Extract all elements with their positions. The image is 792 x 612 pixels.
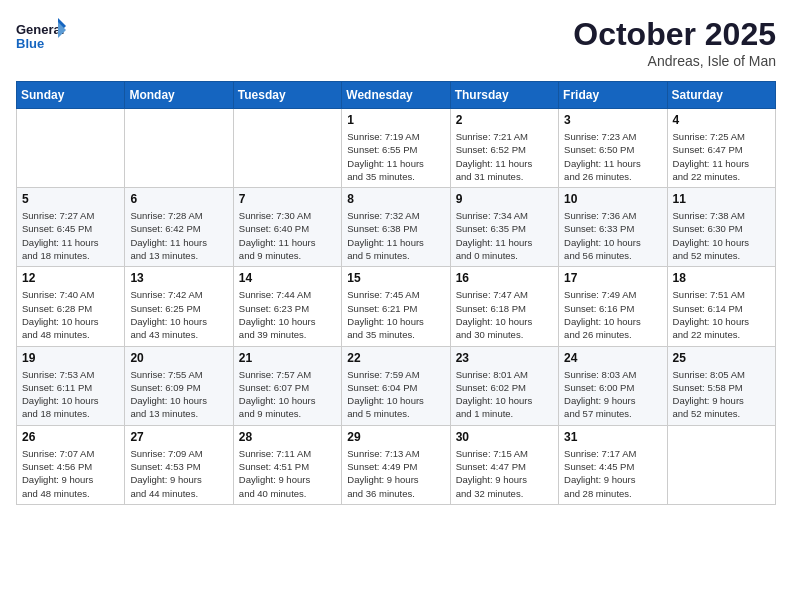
- calendar-cell: 5Sunrise: 7:27 AM Sunset: 6:45 PM Daylig…: [17, 188, 125, 267]
- calendar-cell: 9Sunrise: 7:34 AM Sunset: 6:35 PM Daylig…: [450, 188, 558, 267]
- weekday-header: Wednesday: [342, 82, 450, 109]
- day-number: 15: [347, 271, 444, 285]
- calendar-week-row: 19Sunrise: 7:53 AM Sunset: 6:11 PM Dayli…: [17, 346, 776, 425]
- day-detail: Sunrise: 7:57 AM Sunset: 6:07 PM Dayligh…: [239, 368, 336, 421]
- day-number: 4: [673, 113, 770, 127]
- day-detail: Sunrise: 7:40 AM Sunset: 6:28 PM Dayligh…: [22, 288, 119, 341]
- weekday-header: Friday: [559, 82, 667, 109]
- calendar-cell: 22Sunrise: 7:59 AM Sunset: 6:04 PM Dayli…: [342, 346, 450, 425]
- calendar-cell: 30Sunrise: 7:15 AM Sunset: 4:47 PM Dayli…: [450, 425, 558, 504]
- calendar-cell: 16Sunrise: 7:47 AM Sunset: 6:18 PM Dayli…: [450, 267, 558, 346]
- day-number: 10: [564, 192, 661, 206]
- day-number: 14: [239, 271, 336, 285]
- day-number: 3: [564, 113, 661, 127]
- day-detail: Sunrise: 7:11 AM Sunset: 4:51 PM Dayligh…: [239, 447, 336, 500]
- day-number: 28: [239, 430, 336, 444]
- day-detail: Sunrise: 7:59 AM Sunset: 6:04 PM Dayligh…: [347, 368, 444, 421]
- weekday-header: Thursday: [450, 82, 558, 109]
- day-detail: Sunrise: 7:36 AM Sunset: 6:33 PM Dayligh…: [564, 209, 661, 262]
- calendar-cell: 17Sunrise: 7:49 AM Sunset: 6:16 PM Dayli…: [559, 267, 667, 346]
- calendar-cell: 27Sunrise: 7:09 AM Sunset: 4:53 PM Dayli…: [125, 425, 233, 504]
- day-number: 26: [22, 430, 119, 444]
- calendar-cell: 19Sunrise: 7:53 AM Sunset: 6:11 PM Dayli…: [17, 346, 125, 425]
- calendar-week-row: 26Sunrise: 7:07 AM Sunset: 4:56 PM Dayli…: [17, 425, 776, 504]
- calendar-cell: 25Sunrise: 8:05 AM Sunset: 5:58 PM Dayli…: [667, 346, 775, 425]
- day-number: 8: [347, 192, 444, 206]
- day-detail: Sunrise: 7:17 AM Sunset: 4:45 PM Dayligh…: [564, 447, 661, 500]
- day-number: 17: [564, 271, 661, 285]
- day-number: 11: [673, 192, 770, 206]
- logo: General Blue: [16, 16, 66, 56]
- logo-icon: General Blue: [16, 16, 66, 56]
- calendar-cell: 23Sunrise: 8:01 AM Sunset: 6:02 PM Dayli…: [450, 346, 558, 425]
- day-number: 25: [673, 351, 770, 365]
- day-detail: Sunrise: 7:30 AM Sunset: 6:40 PM Dayligh…: [239, 209, 336, 262]
- svg-text:Blue: Blue: [16, 36, 44, 51]
- day-detail: Sunrise: 8:01 AM Sunset: 6:02 PM Dayligh…: [456, 368, 553, 421]
- day-number: 6: [130, 192, 227, 206]
- calendar-cell: 11Sunrise: 7:38 AM Sunset: 6:30 PM Dayli…: [667, 188, 775, 267]
- calendar-cell: 31Sunrise: 7:17 AM Sunset: 4:45 PM Dayli…: [559, 425, 667, 504]
- calendar-cell: 14Sunrise: 7:44 AM Sunset: 6:23 PM Dayli…: [233, 267, 341, 346]
- day-number: 5: [22, 192, 119, 206]
- day-number: 29: [347, 430, 444, 444]
- calendar-cell: 6Sunrise: 7:28 AM Sunset: 6:42 PM Daylig…: [125, 188, 233, 267]
- day-number: 7: [239, 192, 336, 206]
- day-detail: Sunrise: 7:09 AM Sunset: 4:53 PM Dayligh…: [130, 447, 227, 500]
- day-number: 13: [130, 271, 227, 285]
- day-detail: Sunrise: 7:27 AM Sunset: 6:45 PM Dayligh…: [22, 209, 119, 262]
- weekday-header-row: SundayMondayTuesdayWednesdayThursdayFrid…: [17, 82, 776, 109]
- calendar-cell: 20Sunrise: 7:55 AM Sunset: 6:09 PM Dayli…: [125, 346, 233, 425]
- day-number: 31: [564, 430, 661, 444]
- day-number: 21: [239, 351, 336, 365]
- title-block: October 2025 Andreas, Isle of Man: [573, 16, 776, 69]
- calendar-cell: 18Sunrise: 7:51 AM Sunset: 6:14 PM Dayli…: [667, 267, 775, 346]
- day-detail: Sunrise: 7:55 AM Sunset: 6:09 PM Dayligh…: [130, 368, 227, 421]
- day-detail: Sunrise: 8:03 AM Sunset: 6:00 PM Dayligh…: [564, 368, 661, 421]
- weekday-header: Monday: [125, 82, 233, 109]
- weekday-header: Tuesday: [233, 82, 341, 109]
- calendar-cell: 1Sunrise: 7:19 AM Sunset: 6:55 PM Daylig…: [342, 109, 450, 188]
- calendar-cell: 2Sunrise: 7:21 AM Sunset: 6:52 PM Daylig…: [450, 109, 558, 188]
- day-detail: Sunrise: 7:51 AM Sunset: 6:14 PM Dayligh…: [673, 288, 770, 341]
- calendar-cell: [125, 109, 233, 188]
- day-number: 22: [347, 351, 444, 365]
- day-detail: Sunrise: 7:28 AM Sunset: 6:42 PM Dayligh…: [130, 209, 227, 262]
- day-detail: Sunrise: 7:53 AM Sunset: 6:11 PM Dayligh…: [22, 368, 119, 421]
- day-number: 30: [456, 430, 553, 444]
- weekday-header: Sunday: [17, 82, 125, 109]
- day-number: 20: [130, 351, 227, 365]
- day-number: 9: [456, 192, 553, 206]
- month-title: October 2025: [573, 16, 776, 53]
- day-detail: Sunrise: 7:23 AM Sunset: 6:50 PM Dayligh…: [564, 130, 661, 183]
- day-number: 19: [22, 351, 119, 365]
- day-number: 2: [456, 113, 553, 127]
- day-number: 1: [347, 113, 444, 127]
- calendar-cell: 26Sunrise: 7:07 AM Sunset: 4:56 PM Dayli…: [17, 425, 125, 504]
- calendar-week-row: 5Sunrise: 7:27 AM Sunset: 6:45 PM Daylig…: [17, 188, 776, 267]
- calendar-cell: [17, 109, 125, 188]
- page-header: General Blue October 2025 Andreas, Isle …: [16, 16, 776, 69]
- location-subtitle: Andreas, Isle of Man: [573, 53, 776, 69]
- day-number: 16: [456, 271, 553, 285]
- day-detail: Sunrise: 7:19 AM Sunset: 6:55 PM Dayligh…: [347, 130, 444, 183]
- day-number: 24: [564, 351, 661, 365]
- calendar-cell: 24Sunrise: 8:03 AM Sunset: 6:00 PM Dayli…: [559, 346, 667, 425]
- calendar-cell: 21Sunrise: 7:57 AM Sunset: 6:07 PM Dayli…: [233, 346, 341, 425]
- day-number: 27: [130, 430, 227, 444]
- calendar-cell: 12Sunrise: 7:40 AM Sunset: 6:28 PM Dayli…: [17, 267, 125, 346]
- day-detail: Sunrise: 8:05 AM Sunset: 5:58 PM Dayligh…: [673, 368, 770, 421]
- day-detail: Sunrise: 7:34 AM Sunset: 6:35 PM Dayligh…: [456, 209, 553, 262]
- calendar-cell: 28Sunrise: 7:11 AM Sunset: 4:51 PM Dayli…: [233, 425, 341, 504]
- day-detail: Sunrise: 7:13 AM Sunset: 4:49 PM Dayligh…: [347, 447, 444, 500]
- day-detail: Sunrise: 7:21 AM Sunset: 6:52 PM Dayligh…: [456, 130, 553, 183]
- calendar-cell: 29Sunrise: 7:13 AM Sunset: 4:49 PM Dayli…: [342, 425, 450, 504]
- day-detail: Sunrise: 7:25 AM Sunset: 6:47 PM Dayligh…: [673, 130, 770, 183]
- calendar-week-row: 12Sunrise: 7:40 AM Sunset: 6:28 PM Dayli…: [17, 267, 776, 346]
- calendar-cell: [233, 109, 341, 188]
- calendar-cell: [667, 425, 775, 504]
- day-number: 18: [673, 271, 770, 285]
- day-detail: Sunrise: 7:45 AM Sunset: 6:21 PM Dayligh…: [347, 288, 444, 341]
- calendar-cell: 8Sunrise: 7:32 AM Sunset: 6:38 PM Daylig…: [342, 188, 450, 267]
- calendar-cell: 3Sunrise: 7:23 AM Sunset: 6:50 PM Daylig…: [559, 109, 667, 188]
